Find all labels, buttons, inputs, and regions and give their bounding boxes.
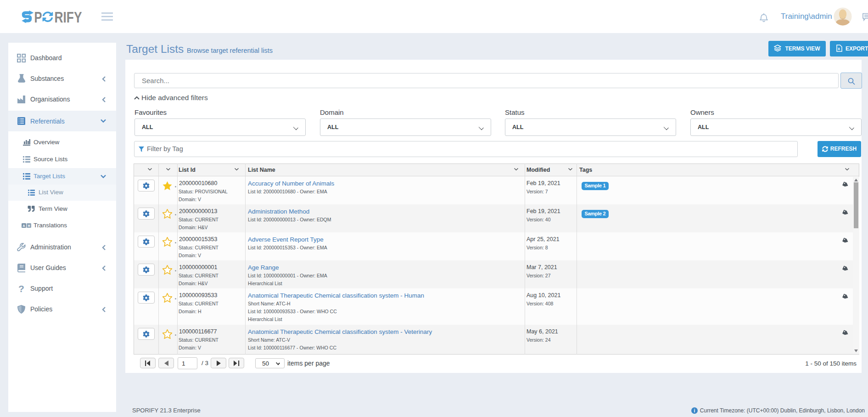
svg-text:★: ★ [28,224,31,228]
svg-text:A: A [22,224,25,228]
svg-text:i: i [694,408,695,413]
svg-text:RIFY: RIFY [55,9,82,26]
svg-text:P: P [34,9,42,26]
svg-text:x: x [838,46,840,51]
